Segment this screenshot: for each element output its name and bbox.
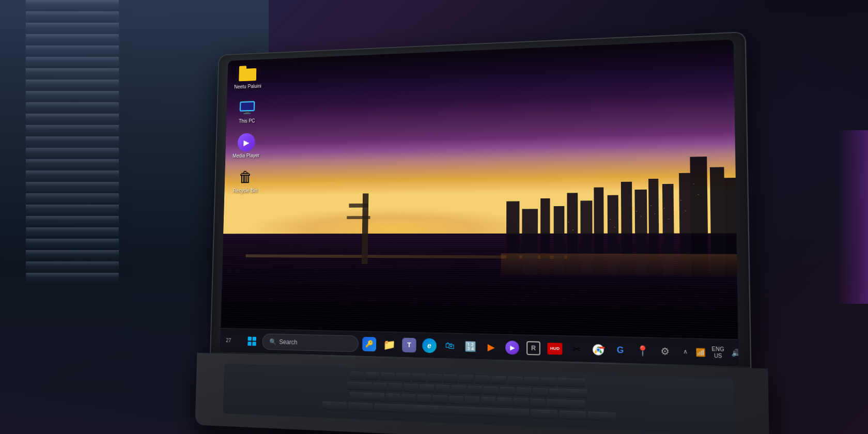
key[interactable] <box>436 384 450 393</box>
taskbar-app-calc[interactable]: 🔢 <box>461 337 479 357</box>
r-app-icon: R <box>526 341 540 355</box>
key[interactable] <box>531 409 557 419</box>
key[interactable] <box>540 377 555 386</box>
key[interactable] <box>475 375 490 384</box>
city-skyline <box>354 156 737 276</box>
taskbar-app-r[interactable]: R <box>524 338 543 358</box>
chrome-icon <box>592 343 605 357</box>
key[interactable] <box>588 411 615 421</box>
tray-wifi[interactable]: 📶 <box>692 342 709 362</box>
key[interactable] <box>524 377 539 386</box>
wifi-icon: 📶 <box>695 348 705 357</box>
key[interactable] <box>411 374 426 382</box>
key[interactable] <box>497 397 512 407</box>
taskbar-search[interactable]: 🔍 Search <box>262 333 359 352</box>
taskbar-app-media[interactable]: ▶ <box>503 337 522 357</box>
settings-icon: ⚙ <box>660 345 670 358</box>
key[interactable] <box>459 375 473 383</box>
svg-rect-24 <box>693 183 694 184</box>
key[interactable] <box>380 373 394 381</box>
key[interactable] <box>491 376 506 384</box>
svg-rect-33 <box>245 111 249 113</box>
keyboard-rows <box>223 363 734 430</box>
media-player-icon-image: ▶ <box>237 133 256 151</box>
key[interactable] <box>348 402 373 412</box>
key[interactable] <box>547 399 585 409</box>
key[interactable] <box>373 382 387 391</box>
taskbar-app-hud[interactable]: HUD <box>545 338 564 358</box>
svg-rect-32 <box>241 102 254 111</box>
taskbar-app-teams[interactable]: T <box>400 335 419 354</box>
key[interactable] <box>427 374 442 382</box>
svg-rect-34 <box>243 113 251 114</box>
key[interactable] <box>350 371 364 380</box>
svg-rect-19 <box>654 213 655 214</box>
taskbar-app-google[interactable]: G <box>610 340 630 360</box>
key[interactable] <box>420 384 434 393</box>
key[interactable] <box>396 373 410 382</box>
key[interactable] <box>385 393 399 402</box>
svg-rect-17 <box>640 216 641 217</box>
taskbar-app-file-explorer[interactable]: 📁 <box>380 335 398 354</box>
key[interactable] <box>559 410 586 420</box>
key[interactable] <box>417 394 431 403</box>
tray-speaker[interactable]: 🔊 <box>727 343 738 363</box>
key[interactable] <box>468 385 482 394</box>
key[interactable] <box>557 378 585 387</box>
desktop-icon-this-pc[interactable]: This PC <box>231 99 264 125</box>
key[interactable] <box>484 386 499 395</box>
desktop-icons-container: Neetu Paluini This PC <box>229 64 264 194</box>
teams-icon: T <box>402 337 416 352</box>
key[interactable] <box>500 386 515 396</box>
taskbar-app-chrome[interactable] <box>588 339 608 360</box>
tray-language[interactable]: ENG US <box>709 342 727 363</box>
snip-icon: ✂ <box>572 343 581 355</box>
monitor-icon-image <box>238 99 256 117</box>
key[interactable] <box>464 396 479 405</box>
key[interactable] <box>443 374 458 383</box>
svg-rect-20 <box>663 208 664 209</box>
key[interactable] <box>322 401 347 411</box>
key[interactable] <box>349 392 384 402</box>
screen: Neetu Paluini This PC <box>220 39 739 366</box>
tray-chevron-up[interactable]: ∧ <box>679 346 691 358</box>
key[interactable] <box>448 396 463 405</box>
taskbar-counter: 27 <box>224 336 233 344</box>
svg-rect-30 <box>501 253 737 276</box>
taskbar-app-store[interactable]: 🛍 <box>441 336 459 355</box>
recycle-bin-icon-image: 🗑 <box>236 168 255 186</box>
desktop-icon-folder[interactable]: Neetu Paluini <box>232 64 265 90</box>
right-accent <box>837 130 868 304</box>
desktop-icon-media-player[interactable]: ▶ Media Player <box>230 133 262 159</box>
taskbar-app-orange[interactable]: ▶ <box>482 337 501 357</box>
taskbar-app-maps[interactable]: 📍 <box>632 340 653 361</box>
key[interactable] <box>516 388 531 397</box>
taskbar-app-bitwarden[interactable]: 🔑 <box>360 334 378 353</box>
laptop-lid: Neetu Paluini This PC <box>211 33 750 371</box>
svg-rect-23 <box>685 211 686 211</box>
keyboard <box>223 363 734 434</box>
key[interactable] <box>404 383 419 392</box>
key[interactable] <box>481 397 495 406</box>
start-button[interactable] <box>243 332 260 350</box>
key[interactable] <box>401 394 415 402</box>
windows-logo <box>247 336 256 346</box>
taskbar-app-snip[interactable]: ✂ <box>567 339 586 359</box>
key[interactable] <box>389 383 402 392</box>
folder-icon-image <box>239 65 257 83</box>
taskbar-app-settings[interactable]: ⚙ <box>655 341 675 361</box>
key[interactable] <box>452 385 466 394</box>
key[interactable] <box>514 398 529 407</box>
svg-rect-28 <box>568 222 569 222</box>
key[interactable] <box>530 398 545 408</box>
media-player-label: Media Player <box>233 153 259 159</box>
key[interactable] <box>432 395 447 404</box>
key[interactable] <box>347 382 371 391</box>
key[interactable] <box>533 388 548 397</box>
desktop-icon-recycle-bin[interactable]: 🗑 Recycle Bin <box>229 168 262 194</box>
lang-us: US <box>714 352 722 359</box>
key[interactable] <box>365 372 379 381</box>
key[interactable] <box>507 376 522 385</box>
taskbar-app-edge[interactable]: e <box>420 336 439 355</box>
key[interactable] <box>549 389 587 398</box>
